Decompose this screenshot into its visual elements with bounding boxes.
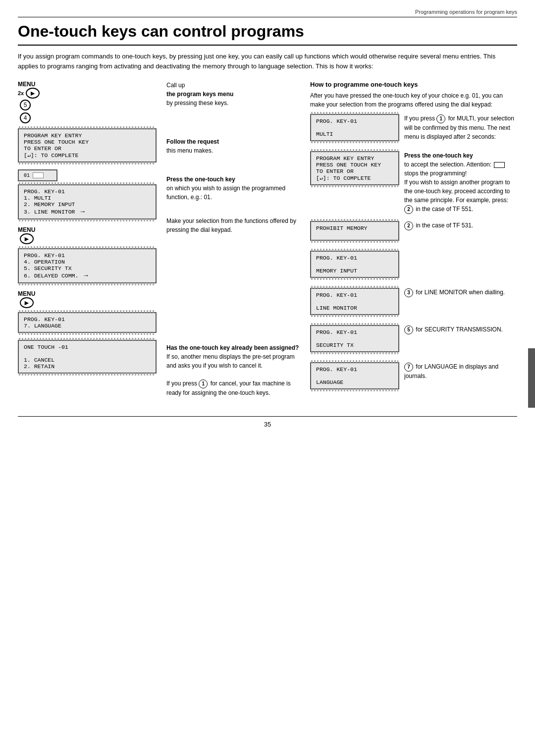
right-lcd-box-1: PROG. KEY-01 MULTI [310, 114, 399, 141]
right-desc-6: 5 for SECURITY TRANSMISSION. [404, 325, 517, 334]
header-label: Programming operations for program keys [415, 9, 517, 15]
lcd6-line2 [24, 350, 151, 357]
menu-label-3: MENU [18, 290, 35, 297]
lcd3-line4: 3. LINE MONITOR → [24, 208, 151, 216]
menu-2x: 2x [18, 90, 24, 96]
menu-step1: MENU 2x ► 5 4 [18, 81, 157, 124]
page-footer: 35 [18, 416, 517, 428]
lcd1-line3: TO ENTER OR [24, 145, 151, 152]
lcd4-line3: 5. SECURITY TX [24, 265, 151, 271]
rlcd1-l2 [316, 124, 393, 131]
rlcd1-l3: MULTI [316, 131, 393, 137]
lcd1-line1: PROGRAM KEY ENTRY [24, 132, 151, 139]
right-column: How to programme one-touch keys After yo… [305, 81, 517, 401]
stop-icon [494, 162, 505, 168]
step3-press: Press the one-touch key on which you wis… [166, 175, 300, 202]
step5-desc1: If so, another menu displays the pre-set… [166, 353, 295, 369]
right-row-6: PROG. KEY-01 SECURITY TX 5 for SECURITY … [310, 325, 517, 355]
step3-desc: on which you wish to assign the programm… [166, 185, 285, 201]
right-lcd-3: PROHIBIT MEMORY [310, 221, 399, 244]
rlcd4-l2 [316, 261, 393, 268]
rlcd6-l2 [316, 335, 393, 342]
rlcd4-l1: PROG. KEY-01 [316, 255, 393, 261]
rlcd4-l3: MEMORY INPUT [316, 268, 393, 274]
menu-label-1: MENU [18, 81, 35, 88]
circle-7-r: 7 [404, 363, 413, 372]
rlcd2-l4: [↵]: TO COMPLETE [316, 174, 393, 181]
lcd-box-5: PROG. KEY-01 7. LANGUAGE [18, 312, 157, 333]
right-lcd-box-5: PROG. KEY-01 LINE MONITOR [310, 288, 399, 315]
lcd3-line1: PROG. KEY-01 [24, 188, 151, 195]
lcd6-line4: 2. RETAIN [24, 363, 151, 370]
right-lcd-5: PROG. KEY-01 LINE MONITOR [310, 288, 399, 318]
step3-text: Press the one-touch key on which you wis… [166, 175, 300, 202]
lcd1-line2: PRESS ONE TOUCH KEY [24, 139, 151, 145]
main-content: MENU 2x ► 5 4 PROGRAM KEY ENTRY PRESS ON… [18, 81, 517, 401]
middle-column: Call up the program keys menu by pressin… [161, 81, 305, 401]
lcd5-line2: 7. LANGUAGE [24, 323, 151, 329]
key-slot [33, 172, 44, 178]
right-lcd-2: PROGRAM KEY ENTRY PRESS ONE TOUCH KEY TO… [310, 151, 399, 188]
right-title: How to programme one-touch keys [310, 81, 517, 88]
lcd-box-4-wrap: PROG. KEY-01 4. OPERATION 5. SECURITY TX… [18, 248, 157, 283]
menu-step3: MENU ► [18, 290, 157, 308]
rlcd7-l1: PROG. KEY-01 [316, 366, 393, 373]
lcd-box-6: ONE TOUCH -01 1. CANCEL 2. RETAIN [18, 340, 157, 374]
lcd1-line4: [↵]: TO COMPLETE [24, 152, 151, 159]
left-column: MENU 2x ► 5 4 PROGRAM KEY ENTRY PRESS ON… [18, 81, 161, 401]
rlcd6-l3: SECURITY TX [316, 342, 393, 348]
lcd4-line4: 6. DELAYED COMM. → [24, 271, 151, 279]
rlcd5-l2 [316, 298, 393, 305]
arrow-icon-2: ► [20, 233, 34, 244]
page-title: One-touch keys can control programs [18, 22, 517, 46]
page-header: Programming operations for program keys [18, 9, 517, 17]
circle-5-r: 5 [404, 325, 413, 334]
right-lcd-box-2: PROGRAM KEY ENTRY PRESS ONE TOUCH KEY TO… [310, 151, 399, 185]
circle-3-r: 3 [404, 288, 413, 297]
circle-2-r: 2 [404, 205, 413, 214]
step5-desc2: If you press [166, 380, 197, 387]
page-number: 35 [264, 421, 271, 428]
right-lcd-1: PROG. KEY-01 MULTI [310, 114, 399, 144]
step2-follow: Follow the request this menu makes. [166, 137, 300, 155]
step5-assigned: Has the one-touch key already been assig… [166, 343, 300, 397]
rlcd2-l1: PROGRAM KEY ENTRY [316, 155, 393, 162]
lcd-box-1: PROGRAM KEY ENTRY PRESS ONE TOUCH KEY TO… [18, 128, 157, 162]
press-one-touch-label: Press the one-touch key [404, 152, 473, 159]
circle-2-r2: 2 [404, 221, 413, 230]
right-row-3: PROHIBIT MEMORY 2 in the case of TF 531. [310, 221, 517, 244]
lcd6-line1: ONE TOUCH -01 [24, 344, 151, 350]
circle-1: 1 [199, 379, 208, 388]
lcd3-line2: 1. MULTI [24, 195, 151, 201]
lcd-box-6-wrap: ONE TOUCH -01 1. CANCEL 2. RETAIN [18, 340, 157, 374]
rlcd2-l3: TO ENTER OR [316, 168, 393, 174]
menu-label-2: MENU [18, 226, 35, 233]
right-row-2: PROGRAM KEY ENTRY PRESS ONE TOUCH KEY TO… [310, 151, 517, 214]
rlcd7-l3: LANGUAGE [316, 379, 393, 385]
step4-text: Make your selection from the functions o… [166, 216, 300, 234]
step1-text: Call up the program keys menu by pressin… [166, 81, 300, 108]
step5-bold: Has the one-touch key already been assig… [166, 344, 299, 351]
step2-bold: Follow the request [166, 138, 219, 145]
right-row-4: PROG. KEY-01 MEMORY INPUT [310, 251, 517, 281]
num-5: 5 [20, 100, 31, 110]
step4-desc: Make your selection from the functions o… [166, 217, 296, 233]
right-row-1: PROG. KEY-01 MULTI If you press 1 for MU… [310, 114, 517, 144]
lcd5-line1: PROG. KEY-01 [24, 316, 151, 323]
right-lcd-7: PROG. KEY-01 LANGUAGE [310, 362, 399, 392]
step1-desc: by pressing these keys. [166, 100, 228, 107]
rlcd5-l3: LINE MONITOR [316, 305, 393, 311]
lcd6-line3: 1. CANCEL [24, 357, 151, 363]
right-desc-5: 3 for LINE MONITOR when dialling. [404, 288, 517, 297]
right-lcd-box-6: PROG. KEY-01 SECURITY TX [310, 325, 399, 352]
right-lcd-6: PROG. KEY-01 SECURITY TX [310, 325, 399, 355]
step5-text: Has the one-touch key already been assig… [166, 343, 300, 397]
lcd-box-5-wrap: PROG. KEY-01 7. LANGUAGE [18, 312, 157, 333]
arrow-icon: ► [26, 88, 40, 99]
step4-select: Make your selection from the functions o… [166, 216, 300, 234]
lcd4-line2: 4. OPERATION [24, 259, 151, 265]
lcd-box-3: PROG. KEY-01 1. MULTI 2. MEMORY INPUT 3.… [18, 184, 157, 219]
right-row-5: PROG. KEY-01 LINE MONITOR 3 for LINE MON… [310, 288, 517, 318]
step2-text: Follow the request this menu makes. [166, 137, 300, 155]
arrow-icon-3: ► [20, 297, 34, 308]
